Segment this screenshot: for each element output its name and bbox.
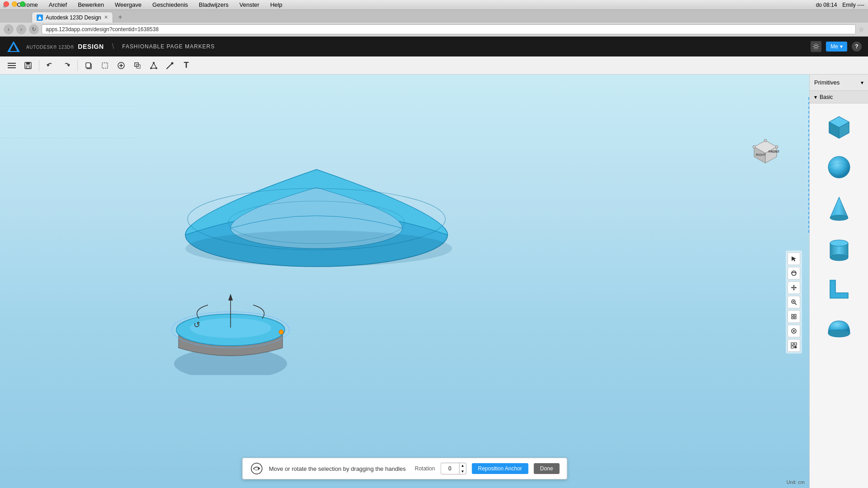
close-traffic-light[interactable] (4, 1, 9, 7)
app-logo (6, 39, 21, 54)
help-button[interactable]: ? (852, 42, 862, 52)
disc-object: ↺ (172, 285, 294, 375)
svg-text:FRONT: FRONT (769, 150, 780, 153)
shape-item-cone[interactable] (814, 189, 863, 226)
address-input[interactable] (42, 24, 856, 34)
mac-menubar:  Chrome Archief Bewerken Weergave Gesch… (0, 0, 868, 10)
svg-point-96 (828, 156, 850, 178)
menu-venster[interactable]: Venster (238, 1, 261, 8)
svg-rect-82 (792, 317, 793, 319)
panel-expand-icon[interactable]: ▾ (861, 80, 863, 86)
svg-rect-80 (792, 314, 793, 316)
svg-marker-61 (228, 294, 233, 300)
svg-point-59 (279, 330, 283, 334)
shape-item-cylinder[interactable] (814, 230, 863, 267)
text-button[interactable]: T (179, 58, 193, 73)
toolbar-separator-2 (77, 60, 78, 71)
menu-geschiedenis[interactable]: Geschiedenis (151, 1, 190, 8)
me-label: Me (830, 43, 838, 50)
fit-view-tool[interactable] (788, 310, 800, 323)
reposition-anchor-button[interactable]: Reposition Anchor (472, 463, 528, 474)
select-tool[interactable] (788, 253, 800, 265)
shape-item-sphere[interactable] (814, 149, 863, 186)
address-bar-row: ‹ › ↻ ☆ (0, 23, 868, 36)
reload-button[interactable]: ↻ (29, 24, 39, 34)
rotation-spinner: ▲ ▼ (459, 463, 466, 474)
bookmark-star[interactable]: ☆ (859, 26, 864, 33)
tab-title: Autodesk 123D Design (46, 14, 101, 21)
undo-button[interactable] (43, 58, 57, 73)
forward-button[interactable]: › (16, 24, 26, 34)
main-area: ↺ FRONT RIGHT (0, 75, 868, 488)
move-rotate-icon (250, 462, 264, 475)
unit-label: Unit: cm (787, 479, 805, 485)
menu-weergave[interactable]: Weergave (113, 1, 143, 8)
viewport[interactable]: ↺ FRONT RIGHT (0, 75, 809, 488)
app-product: DESIGN (78, 43, 104, 50)
pan-tool[interactable] (788, 282, 800, 294)
insert-button[interactable] (114, 58, 128, 73)
box-preview (823, 111, 855, 142)
sphere-preview (823, 151, 855, 183)
minimize-traffic-light[interactable] (12, 1, 17, 7)
basic-section-label: Basic (820, 94, 833, 100)
viewport-right-edge (808, 97, 809, 233)
box-select-button[interactable] (98, 58, 112, 73)
menu-archief[interactable]: Archief (47, 1, 69, 8)
menubar-user: Emily ---- (842, 2, 864, 8)
new-tab-button[interactable]: + (115, 12, 126, 23)
menubar-time: do 08:14 (816, 2, 837, 8)
menu-bladwijzers[interactable]: Bladwijzers (197, 1, 231, 8)
svg-rect-86 (791, 343, 793, 345)
hemisphere-preview (823, 314, 855, 346)
shape-item-box[interactable] (814, 108, 863, 145)
rotation-down[interactable]: ▼ (459, 469, 466, 474)
svg-rect-87 (794, 343, 797, 345)
orbit-tool[interactable] (788, 267, 800, 280)
snap-tool[interactable] (788, 339, 800, 352)
settings-icon[interactable] (811, 41, 821, 52)
browser-chrome: Autodesk 123D Design ✕ + ‹ › ↻ ☆ (0, 10, 868, 37)
svg-point-54 (185, 230, 452, 267)
svg-marker-72 (793, 285, 795, 286)
help-label: ? (855, 43, 858, 50)
cone-preview (823, 192, 855, 224)
zoom-tool[interactable] (788, 296, 800, 309)
svg-point-90 (251, 463, 262, 474)
tab-close-button[interactable]: ✕ (104, 14, 108, 20)
svg-marker-75 (795, 287, 797, 289)
bracket-preview (823, 273, 855, 305)
save-button[interactable] (21, 58, 35, 73)
maximize-traffic-light[interactable] (20, 1, 25, 7)
redo-button[interactable] (59, 58, 74, 73)
back-button[interactable]: ‹ (4, 24, 14, 34)
menu-bewerken[interactable]: Bewerken (76, 1, 106, 8)
shape-item-hemisphere[interactable] (814, 311, 863, 348)
svg-rect-11 (86, 63, 90, 68)
view-mode-tool[interactable] (788, 325, 800, 338)
done-button[interactable]: Done (534, 463, 560, 474)
copy-button[interactable] (81, 58, 96, 73)
menu-help[interactable]: Help (269, 1, 284, 8)
construct-button[interactable] (146, 58, 161, 73)
browser-tab-active[interactable]: Autodesk 123D Design ✕ (32, 12, 113, 23)
svg-marker-0 (38, 16, 42, 19)
svg-point-18 (153, 62, 155, 64)
svg-rect-9 (26, 66, 30, 68)
rotation-input[interactable] (441, 463, 459, 474)
panel-header: Primitives ▾ (810, 75, 868, 91)
me-chevron-icon: ▾ (840, 43, 843, 50)
project-name: FASHIONABLE PAGE MARKERS (122, 43, 215, 50)
shape-item-bracket[interactable] (814, 271, 863, 308)
rotation-input-group: ▲ ▼ (440, 463, 466, 474)
shape-grid (810, 103, 868, 353)
hamburger-menu-button[interactable] (5, 58, 19, 73)
svg-point-68 (764, 139, 767, 142)
modify-button[interactable] (163, 58, 177, 73)
rotation-up[interactable]: ▲ (459, 463, 466, 469)
transform-button[interactable] (130, 58, 145, 73)
me-button[interactable]: Me ▾ (826, 42, 847, 52)
svg-rect-8 (26, 62, 30, 65)
traffic-lights (4, 1, 25, 7)
svg-line-77 (795, 303, 797, 305)
